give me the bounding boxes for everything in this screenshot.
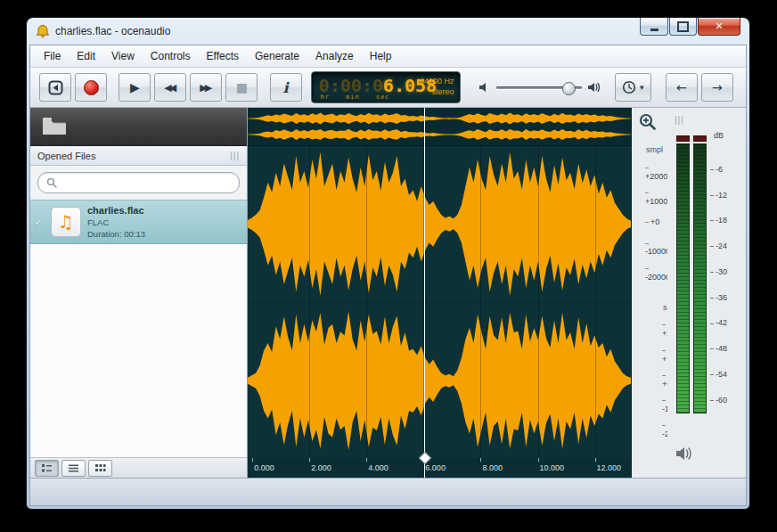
db-tick-label: -30 (710, 267, 727, 276)
meter-grip-icon[interactable]: ||| (675, 115, 684, 125)
check-icon: ✓ (35, 217, 45, 227)
menu-item-help[interactable]: Help (362, 47, 400, 65)
samplerate-label: 44100 Hz (420, 76, 454, 86)
panel-title-bar[interactable]: Opened Files ||| (30, 146, 247, 166)
time-format-button[interactable]: ▾ (615, 73, 651, 102)
meter-bar-left (676, 143, 690, 413)
timeline-tick-label: 12.000 (597, 463, 622, 472)
timeline-tick-label: 2.000 (311, 463, 331, 472)
fast-forward-button[interactable]: ▶▶ (190, 73, 222, 102)
search-input[interactable] (62, 176, 231, 189)
meter-bar-right (693, 143, 707, 413)
scale-right-channel: smpl+20000+10000+0-10000-20000 (658, 301, 667, 459)
panel-title: Opened Files (37, 151, 95, 161)
sidebar-view-switcher (30, 457, 247, 478)
db-tick-label: -24 (710, 241, 727, 250)
menu-item-generate[interactable]: Generate (247, 47, 307, 65)
db-tick-label: -6 (710, 165, 723, 174)
minimize-button[interactable] (640, 18, 668, 36)
toolbar: ▶ ◀◀ ▶▶ ■ i 0:00:06.058 hr min sec 44100… (30, 68, 746, 108)
opened-files-list: ✓♫charlies.flacFLACDuration: 00:13 (30, 200, 247, 457)
timeline-tick-label: 10.000 (540, 463, 565, 472)
clip-indicator-left (676, 135, 690, 142)
bottom-frame-strip (30, 478, 746, 505)
volume-thumb[interactable] (562, 82, 576, 95)
db-tick-label: -54 (710, 370, 727, 379)
waveform-area[interactable]: 0.0002.0004.0006.0008.00010.00012.000 (248, 108, 631, 478)
maximize-button[interactable] (669, 18, 697, 36)
menu-item-view[interactable]: View (103, 47, 143, 65)
channel-right[interactable] (248, 302, 631, 459)
timeline-tickmark (252, 458, 253, 462)
info-icon: i (283, 79, 289, 96)
view-details-button[interactable] (35, 460, 59, 477)
search-box[interactable] (37, 172, 240, 193)
rewind-button[interactable]: ◀◀ (154, 73, 186, 102)
db-tick-label: -48 (710, 344, 727, 353)
minimize-icon (650, 29, 658, 31)
search-icon (46, 177, 57, 188)
close-button[interactable]: ✕ (698, 18, 740, 36)
clip-indicator-right (693, 135, 707, 142)
window-title: charlies.flac - ocenaudio (55, 25, 170, 37)
play-icon: ▶ (130, 80, 140, 94)
file-name: charlies.flac (87, 205, 145, 217)
timeline-tick-label: 6.000 (425, 463, 446, 472)
music-note-icon: ♫ (51, 207, 81, 237)
zoom-in-icon (638, 112, 658, 132)
volume-slider[interactable] (496, 82, 582, 94)
waveform-channels[interactable] (248, 146, 631, 458)
waveform-overview[interactable] (248, 108, 631, 146)
app-window: charlies.flac - ocenaudio ✕ FileEditView… (27, 18, 749, 509)
file-item[interactable]: ✓♫charlies.flacFLACDuration: 00:13 (30, 200, 247, 244)
file-duration: Duration: 00:13 (87, 228, 145, 240)
timeline-ruler[interactable]: 0.0002.0004.0006.0008.00010.00012.000 (248, 458, 631, 478)
sidebar: Opened Files ||| ✓♫charlies.flacFLACDura… (30, 108, 248, 478)
stop-button[interactable]: ■ (225, 73, 258, 102)
view-list-button[interactable] (61, 460, 86, 477)
play-button[interactable]: ▶ (119, 73, 151, 102)
menu-item-analyze[interactable]: Analyze (307, 47, 362, 65)
arrow-right-icon: → (712, 80, 723, 94)
scale-left-channel: smpl+20000+10000+0-10000-20000 (641, 143, 667, 301)
db-scale: -6-12-18-24-30-36-42-48-54-60 (710, 143, 746, 413)
history-forward-button[interactable]: → (701, 73, 733, 102)
db-unit-label: dB (714, 131, 724, 140)
scale-unit-label: smpl (646, 145, 663, 154)
record-button[interactable] (75, 73, 107, 102)
zoom-button[interactable] (638, 112, 658, 134)
app-frame: FileEditViewControlsEffectsGenerateAnaly… (29, 45, 747, 506)
titlebar[interactable]: charlies.flac - ocenaudio ✕ (27, 18, 749, 45)
view-details-icon (41, 463, 53, 473)
info-button[interactable]: i (270, 73, 302, 102)
level-meters: ||| dB -6-12-18-24-30-36-42-48-54-60 (667, 108, 746, 478)
chevron-down-icon: ▾ (640, 83, 644, 92)
go-to-start-button[interactable] (39, 73, 71, 102)
waveform-right (248, 303, 631, 459)
volume-low-icon (478, 81, 491, 94)
history-back-button[interactable]: ← (666, 73, 698, 102)
menu-bar: FileEditViewControlsEffectsGenerateAnaly… (30, 45, 746, 68)
maximize-icon (677, 21, 689, 32)
channel-left[interactable] (248, 146, 631, 302)
monitor-speaker-button[interactable] (675, 446, 694, 465)
time-display: 0:00:06.058 hr min sec 44100 Hz stereo (311, 71, 461, 103)
file-format: FLAC (87, 217, 145, 228)
timeline-tickmark (595, 458, 596, 462)
speaker-icon (675, 446, 694, 462)
view-grid-icon (94, 463, 106, 473)
menu-item-effects[interactable]: Effects (199, 47, 247, 65)
scale-tick-label: +0 (645, 217, 659, 226)
view-grid-button[interactable] (88, 460, 112, 477)
menu-item-file[interactable]: File (36, 47, 69, 65)
view-list-icon (68, 463, 79, 473)
menu-item-edit[interactable]: Edit (69, 47, 103, 65)
arrow-left-icon: ← (676, 80, 687, 94)
menu-item-controls[interactable]: Controls (143, 47, 199, 65)
waveform-left (248, 146, 631, 302)
timeline-tick-label: 4.000 (368, 463, 388, 472)
volume-high-icon (587, 81, 601, 94)
panel-grip-icon[interactable]: ||| (230, 151, 240, 160)
rewind-icon: ◀◀ (164, 82, 176, 94)
playback-cursor[interactable] (424, 108, 425, 478)
